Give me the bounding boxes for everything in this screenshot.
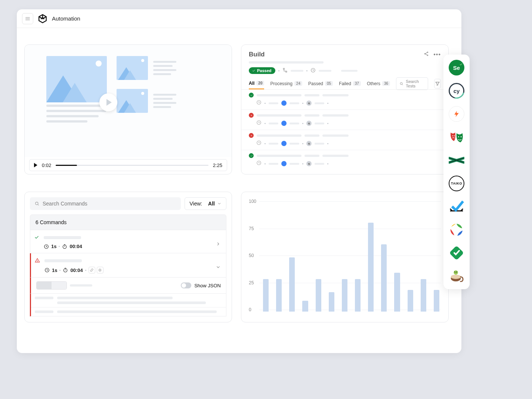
tool-selenium[interactable]: Se — [449, 60, 464, 75]
y-tick-label: 50 — [249, 253, 254, 258]
tab-all[interactable]: All20 — [249, 78, 264, 89]
clock-icon — [256, 100, 262, 106]
chevron-right-icon — [216, 241, 221, 248]
link-icon[interactable] — [89, 267, 95, 273]
chart-bars — [263, 203, 439, 312]
y-tick-label: 100 — [249, 199, 256, 204]
svg-point-20 — [458, 136, 459, 137]
hierarchy-icon — [282, 68, 288, 74]
tab-others[interactable]: Others36 — [367, 78, 390, 89]
video-seek-bar[interactable] — [56, 165, 208, 166]
tool-xframework[interactable] — [449, 152, 464, 168]
chart-bar — [316, 279, 321, 312]
chart-panel: 0255075100 — [241, 192, 449, 322]
svg-rect-3 — [283, 68, 284, 69]
apple-icon — [306, 141, 312, 146]
page-title: Automation — [52, 15, 80, 22]
command-row[interactable]: 1s 00:04 — [30, 230, 226, 253]
build-panel: Build ••• Passed — [241, 44, 449, 174]
apple-icon — [306, 161, 312, 166]
y-tick-label: 25 — [249, 280, 254, 285]
tool-appium[interactable] — [449, 222, 464, 238]
chart-bar — [289, 257, 295, 312]
tool-taiko[interactable]: TAIKO — [449, 176, 464, 191]
search-commands-input[interactable]: Search Commands — [30, 197, 181, 210]
video-current-time: 0:02 — [42, 163, 51, 168]
test-row[interactable] — [241, 90, 448, 110]
tool-playwright[interactable] — [449, 129, 464, 145]
apple-icon — [306, 100, 312, 106]
menu-button[interactable] — [22, 13, 33, 24]
chart-bar — [263, 279, 269, 312]
browser-icon — [281, 121, 287, 126]
tool-checkmark[interactable] — [449, 199, 464, 214]
chart-bar — [342, 279, 347, 312]
check-icon — [34, 235, 39, 241]
chart-bar — [276, 279, 282, 312]
svg-point-29 — [456, 272, 457, 273]
play-button[interactable] — [99, 93, 117, 111]
video-controls: 0:02 2:25 — [29, 159, 227, 171]
svg-point-2 — [427, 55, 428, 56]
svg-point-1 — [425, 53, 426, 54]
more-icon[interactable]: ••• — [433, 51, 441, 58]
svg-point-18 — [452, 135, 453, 136]
warning-icon — [35, 258, 40, 265]
apple-icon — [306, 121, 312, 126]
test-row[interactable] — [241, 130, 448, 150]
svg-point-19 — [454, 135, 455, 136]
video-preview-panel: 0:02 2:25 — [24, 44, 232, 174]
clock-icon — [310, 68, 316, 74]
command-row[interactable]: 1s 00:04 — [30, 253, 226, 278]
browser-icon — [281, 141, 287, 146]
test-row[interactable] — [241, 110, 448, 130]
tool-lightning[interactable] — [449, 106, 464, 122]
tool-palette: Se cy TAIKO — [443, 55, 470, 289]
clock-icon — [256, 120, 262, 127]
command-detail-table — [30, 294, 226, 316]
command-detail-header: Show JSON — [30, 278, 226, 294]
bug-icon[interactable] — [97, 267, 103, 273]
test-row[interactable] — [241, 150, 448, 169]
chart-bar — [329, 292, 334, 312]
tool-espresso[interactable] — [449, 268, 464, 284]
svg-point-16 — [64, 269, 67, 272]
share-icon[interactable] — [424, 51, 429, 58]
top-bar: Automation — [17, 9, 461, 28]
play-icon[interactable] — [34, 163, 37, 167]
image-placeholder — [117, 89, 148, 113]
svg-rect-26 — [454, 271, 455, 272]
tab-failed[interactable]: Failed37 — [339, 78, 361, 89]
y-tick-label: 0 — [249, 307, 251, 312]
commands-panel: Search Commands View: All 6 Commands 1s … — [24, 192, 232, 322]
commands-count: 6 Commands — [30, 214, 226, 230]
detail-tabs[interactable] — [36, 281, 67, 290]
tool-cypress[interactable]: cy — [449, 83, 464, 99]
view-selector[interactable]: View: All — [185, 197, 226, 210]
tab-processing[interactable]: Processing24 — [270, 78, 302, 89]
logo-icon — [38, 14, 47, 24]
tool-katalon[interactable] — [449, 245, 464, 261]
y-tick-label: 75 — [249, 226, 254, 231]
browser-icon — [281, 161, 287, 166]
svg-point-24 — [451, 275, 461, 279]
check-icon — [249, 93, 254, 98]
chart-bar — [434, 290, 439, 312]
svg-point-11 — [35, 202, 38, 205]
clock-icon — [256, 140, 262, 147]
chart-bar — [368, 223, 374, 312]
svg-point-14 — [37, 262, 38, 262]
search-tests-input[interactable]: Search Tests — [396, 77, 428, 90]
show-json-toggle[interactable] — [181, 282, 191, 288]
error-icon — [249, 113, 254, 118]
chart-bar — [355, 279, 361, 312]
svg-point-17 — [99, 269, 101, 271]
tab-passed[interactable]: Passed05 — [308, 78, 333, 89]
svg-point-0 — [427, 52, 428, 53]
filter-button[interactable] — [434, 79, 441, 89]
image-placeholder — [46, 56, 107, 102]
image-placeholder — [117, 56, 148, 80]
svg-point-6 — [400, 82, 402, 84]
svg-point-25 — [454, 270, 458, 275]
svg-point-13 — [63, 245, 66, 248]
